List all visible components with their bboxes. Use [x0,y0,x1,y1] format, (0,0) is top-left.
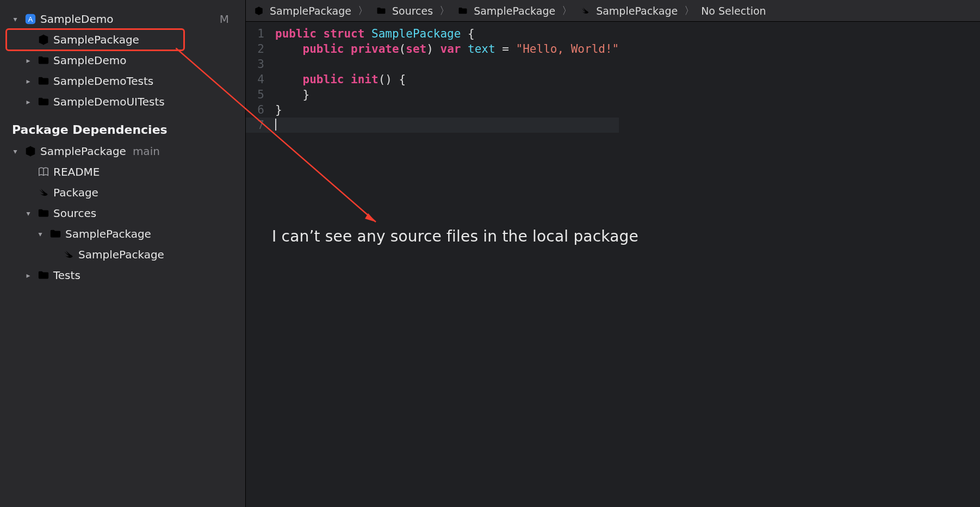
folder-icon [456,4,469,17]
crumb-selection[interactable]: No Selection [701,5,766,17]
item-label: Tests [53,269,80,282]
crumb[interactable]: Sources [392,5,433,17]
folder-icon [375,4,388,17]
group-sampledemotests[interactable]: ▸ SampleDemoTests [0,71,245,91]
source-file[interactable]: SamplePackage [0,244,245,265]
chevron-right-icon: ▸ [23,97,34,106]
package-swift-item[interactable]: Package [0,182,245,203]
group-sampledemouitests[interactable]: ▸ SampleDemoUITests [0,91,245,112]
local-package-item[interactable]: SamplePackage [0,29,245,50]
item-label: SamplePackage [65,227,151,240]
folder-icon [37,207,50,220]
annotation-text: I can’t see any source files in the loca… [272,227,638,245]
editor-pane: SamplePackage 〉 Sources 〉 SamplePackage … [246,0,980,507]
item-label: README [53,165,100,178]
line-number: 1 [246,26,272,41]
project-name: SampleDemo [40,13,113,26]
breadcrumb[interactable]: SamplePackage 〉 Sources 〉 SamplePackage … [246,0,980,22]
chevron-down-icon: ▾ [23,209,34,218]
sources-subfolder[interactable]: ▾ SamplePackage [0,224,245,244]
line-number: 5 [246,87,272,102]
book-icon [37,165,50,178]
package-icon [24,145,37,158]
chevron-right-icon: ▸ [23,271,34,280]
chevron-down-icon: ▾ [35,230,46,238]
line-number: 4 [246,72,272,87]
chevron-right-icon: ▸ [23,77,34,85]
dependencies-header: Package Dependencies [0,112,245,141]
line-number: 6 [246,102,272,118]
chevron-right-icon: 〉 [562,4,572,18]
folder-icon [37,269,50,282]
line-number: 2 [246,41,272,57]
item-label: SamplePackage [53,33,139,46]
dependency-root[interactable]: ▾ SamplePackage main [0,141,245,162]
crumb[interactable]: SamplePackage [596,5,678,17]
project-navigator: ▾ SampleDemo M SamplePackage ▸ SampleDem… [0,0,246,507]
folder-icon [49,227,62,240]
chevron-right-icon: 〉 [439,4,450,18]
swift-icon [37,186,50,199]
crumb[interactable]: SamplePackage [270,5,351,17]
source-editor[interactable]: 1public struct SamplePackage { 2 public … [246,22,980,133]
item-label: SampleDemoUITests [53,95,165,108]
sources-folder[interactable]: ▾ Sources [0,203,245,224]
readme-item[interactable]: README [0,162,245,182]
folder-icon [37,95,50,108]
line-number: 7 [246,118,272,133]
line-number: 3 [246,57,272,72]
chevron-down-icon: ▾ [10,15,21,23]
project-root[interactable]: ▾ SampleDemo M [0,9,245,29]
app-icon [24,13,37,26]
chevron-right-icon: 〉 [358,4,368,18]
item-label: SamplePackage [78,248,164,261]
chevron-down-icon: ▾ [10,147,21,156]
item-label: Package [53,186,98,199]
group-sampledemo[interactable]: ▸ SampleDemo [0,50,245,71]
item-label: SampleDemo [53,54,126,67]
text-cursor [275,119,276,131]
crumb[interactable]: SamplePackage [474,5,555,17]
chevron-right-icon: 〉 [684,4,694,18]
scm-status: M [220,13,245,26]
package-icon [252,4,265,17]
swift-icon [62,248,75,261]
dep-name: SamplePackage [40,145,126,158]
swift-icon [579,4,592,17]
item-label: Sources [53,207,96,220]
package-icon [37,33,50,46]
item-label: SampleDemoTests [53,75,153,88]
tests-folder[interactable]: ▸ Tests [0,265,245,286]
chevron-right-icon: ▸ [23,56,34,65]
folder-icon [37,75,50,88]
dep-branch: main [133,145,160,158]
folder-icon [37,54,50,67]
